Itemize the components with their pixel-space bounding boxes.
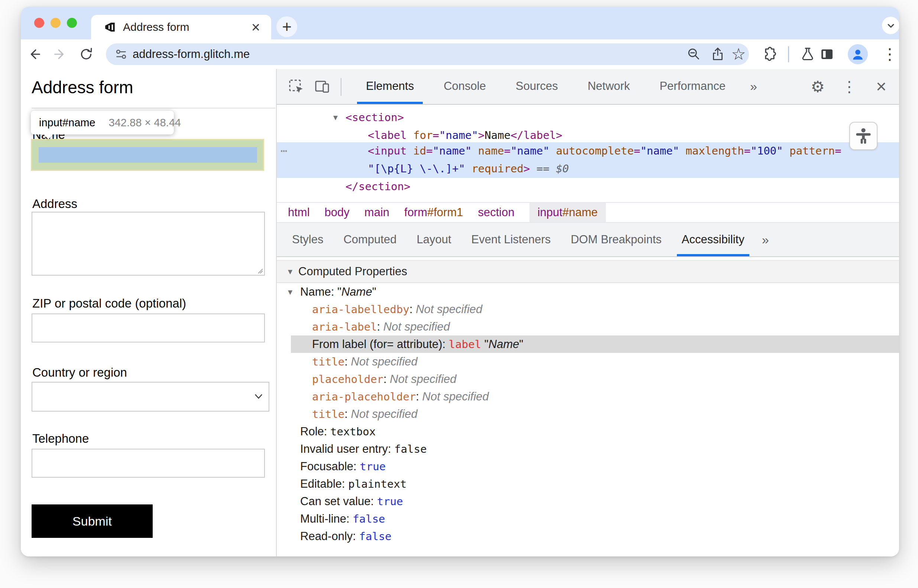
devtools-toolbar-right: ⚙ ⋮ × <box>811 69 899 104</box>
omnibox[interactable]: address-form.glitch.me ☆ <box>106 44 749 65</box>
address-textarea[interactable] <box>32 212 265 276</box>
devtools-toolbar: Elements Console Sources Network Perform… <box>277 69 899 105</box>
a11y-row-name[interactable]: ▾Name: "Name" <box>277 283 899 300</box>
resize-handle-icon[interactable] <box>257 268 263 274</box>
zoom-out-icon[interactable] <box>686 47 701 62</box>
devtools-menu-icon[interactable]: ⋮ <box>842 78 857 95</box>
a11y-row-title[interactable]: title: Not specified <box>277 353 899 370</box>
devtools-close-icon[interactable]: × <box>876 79 886 94</box>
spacer <box>277 257 899 260</box>
a11y-row-aria-label[interactable]: aria-label: Not specified <box>277 318 899 335</box>
traffic-light-maximize[interactable] <box>67 18 77 28</box>
url-text[interactable]: address-form.glitch.me <box>133 44 250 65</box>
address-label: Address <box>32 197 77 211</box>
devtools-tab-elements[interactable]: Elements <box>351 69 429 104</box>
breadcrumb-item-form[interactable]: form#form1 <box>404 203 463 222</box>
side-panel-icon[interactable] <box>819 46 835 62</box>
a11y-row-invalid-user-entry[interactable]: Invalid user entry: false <box>277 440 899 458</box>
breadcrumb-item-input-selected[interactable]: input#name <box>529 203 606 222</box>
breadcrumb-item-body[interactable]: body <box>325 203 349 222</box>
traffic-light-minimize[interactable] <box>50 18 61 28</box>
plus-icon: + <box>282 18 292 36</box>
subtab-computed[interactable]: Computed <box>333 223 406 256</box>
zip-label: ZIP or postal code (optional) <box>32 296 186 310</box>
zip-input[interactable] <box>32 313 265 342</box>
a11y-row-can-set-value[interactable]: Can set value: true <box>277 493 899 510</box>
extensions-puzzle-icon[interactable] <box>760 46 777 62</box>
site-info-tune-icon[interactable] <box>113 47 129 62</box>
more-tabs-icon[interactable]: » <box>740 69 767 104</box>
labs-flask-icon[interactable] <box>800 46 816 62</box>
a11y-row-role[interactable]: Role: textbox <box>277 423 899 440</box>
tooltip-selector: input#name <box>39 116 95 129</box>
traffic-light-close[interactable] <box>34 18 44 28</box>
person-icon <box>850 47 865 61</box>
window-content: Address form Name input#name 342.88 × 48… <box>21 69 899 556</box>
accessibility-person-icon <box>854 127 873 145</box>
a11y-row-from-label-selected[interactable]: From label (for= attribute): label "Name… <box>277 335 899 353</box>
subtab-layout[interactable]: Layout <box>406 223 461 256</box>
toolbar-divider <box>788 46 789 62</box>
a11y-row-multi-line[interactable]: Multi-line: false <box>277 510 899 527</box>
browser-tab[interactable]: Address form × <box>91 15 271 39</box>
subtab-dom-breakpoints[interactable]: DOM Breakpoints <box>561 223 672 256</box>
elements-tree: ▾ <section> <label for="name">Name</labe… <box>277 105 899 202</box>
device-toolbar-button[interactable] <box>314 78 331 95</box>
share-icon[interactable] <box>710 47 726 62</box>
a11y-row-title-2[interactable]: title: Not specified <box>277 405 899 423</box>
code-line[interactable]: <label for="name">Name</label> <box>368 128 562 143</box>
subtab-styles[interactable]: Styles <box>282 223 333 256</box>
expander-icon[interactable]: ▾ <box>288 267 293 277</box>
computed-properties-title: Computed Properties <box>298 265 407 278</box>
a11y-row-aria-placeholder[interactable]: aria-placeholder: Not specified <box>277 388 899 405</box>
toolbar-divider <box>341 78 341 96</box>
expander-icon[interactable]: ▾ <box>288 287 293 297</box>
sidebar-tabs: Styles Computed Layout Event Listeners D… <box>277 222 899 257</box>
subtab-accessibility[interactable]: Accessibility <box>672 223 755 256</box>
bookmark-star-icon[interactable]: ☆ <box>731 47 747 62</box>
telephone-label: Telephone <box>32 431 89 446</box>
a11y-row-editable[interactable]: Editable: plaintext <box>277 475 899 493</box>
inspect-element-button[interactable] <box>288 78 305 95</box>
country-select[interactable] <box>32 382 269 412</box>
page-view: Address form Name input#name 342.88 × 48… <box>21 69 277 556</box>
more-actions-icon[interactable]: ⋯ <box>281 144 287 158</box>
reload-button[interactable] <box>78 47 94 62</box>
desktop: Address form × + <box>0 0 918 588</box>
code-line[interactable]: <input id="name" name="name" autocomplet… <box>368 144 842 158</box>
accessibility-overlay-button[interactable] <box>849 122 878 150</box>
devtools-tab-network[interactable]: Network <box>573 69 645 104</box>
browser-window: Address form × + <box>21 7 899 556</box>
forward-button[interactable] <box>52 47 68 62</box>
code-line[interactable]: </section> <box>346 179 411 194</box>
profile-avatar[interactable] <box>848 44 868 64</box>
devtools-tab-sources[interactable]: Sources <box>501 69 573 104</box>
a11y-row-placeholder[interactable]: placeholder: Not specified <box>277 370 899 388</box>
accessibility-pane: ▾Name: "Name" aria-labelledby: Not speci… <box>277 283 899 545</box>
inspect-highlight-content[interactable] <box>39 147 257 163</box>
settings-gear-icon[interactable]: ⚙ <box>811 78 825 96</box>
breadcrumb-item-html[interactable]: html <box>288 203 310 222</box>
devtools-tab-performance[interactable]: Performance <box>645 69 740 104</box>
code-line[interactable]: <section> <box>346 110 404 125</box>
tab-search-chevron-button[interactable] <box>882 17 899 34</box>
breadcrumb-item-main[interactable]: main <box>364 203 390 222</box>
browser-menu-button[interactable]: ⋮ <box>882 39 897 69</box>
telephone-input[interactable] <box>32 449 265 478</box>
a11y-row-aria-labelledby[interactable]: aria-labelledby: Not specified <box>277 300 899 318</box>
submit-button[interactable]: Submit <box>32 504 153 538</box>
computed-properties-header[interactable]: ▾ Computed Properties <box>277 260 899 283</box>
chevron-down-icon <box>885 20 897 31</box>
back-button[interactable] <box>27 47 42 62</box>
devtools-tab-console[interactable]: Console <box>429 69 501 104</box>
new-tab-button[interactable]: + <box>276 16 297 37</box>
a11y-row-focusable[interactable]: Focusable: true <box>277 458 899 475</box>
code-line[interactable]: "[\p{L} \-\.]+" required> == $0 <box>368 161 569 176</box>
tab-close-icon[interactable]: × <box>252 21 260 34</box>
devtools-panel: Elements Console Sources Network Perform… <box>277 69 899 556</box>
more-tabs-icon[interactable]: » <box>755 223 776 256</box>
expander-icon[interactable]: ▾ <box>333 110 338 125</box>
subtab-event-listeners[interactable]: Event Listeners <box>461 223 561 256</box>
breadcrumb-item-section[interactable]: section <box>478 203 514 222</box>
a11y-row-read-only[interactable]: Read-only: false <box>277 527 899 545</box>
